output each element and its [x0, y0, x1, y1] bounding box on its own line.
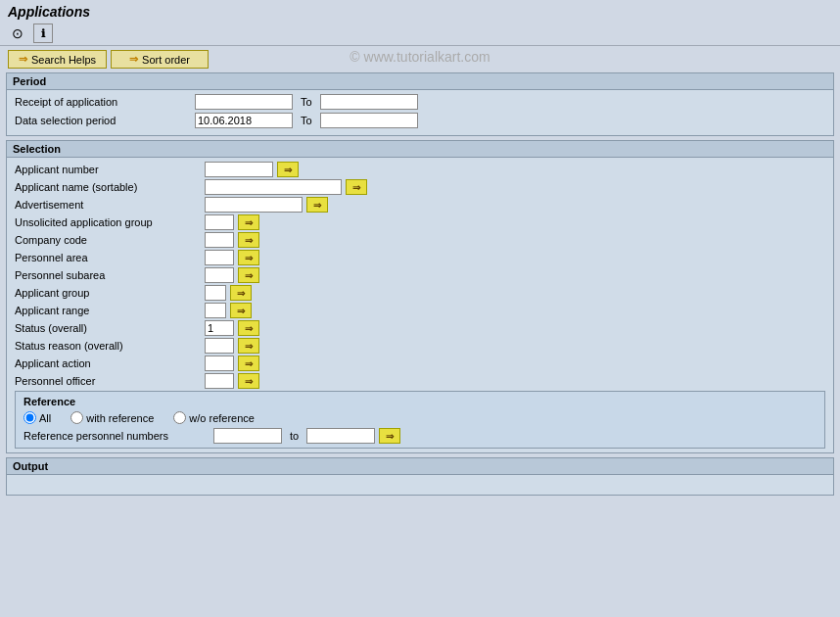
- personnel-subarea-arrow-btn[interactable]: ⇒: [238, 267, 259, 283]
- status-reason-row: Status reason (overall) ⇒: [15, 338, 825, 354]
- radio-all-label: All: [39, 412, 51, 424]
- period-section: Period Receipt of application To Data se…: [6, 72, 834, 136]
- search-helps-label: Search Helps: [31, 54, 96, 66]
- applicant-range-arrow-btn[interactable]: ⇒: [230, 303, 252, 318]
- ref-personnel-label: Reference personnel numbers: [23, 430, 210, 442]
- data-selection-from-input[interactable]: [195, 113, 293, 128]
- radio-with-reference[interactable]: with reference: [70, 411, 154, 424]
- radio-without-reference-label: w/o reference: [189, 412, 255, 424]
- unsolicited-row: Unsolicited application group ⇒: [15, 214, 825, 230]
- receipt-to-input[interactable]: [320, 94, 418, 110]
- receipt-row: Receipt of application To: [15, 94, 825, 110]
- personnel-subarea-label: Personnel subarea: [15, 269, 201, 281]
- page-title: Applications: [0, 0, 840, 22]
- info-icon[interactable]: ℹ: [33, 24, 53, 43]
- output-section: Output: [6, 457, 834, 496]
- personnel-officer-input[interactable]: [205, 373, 234, 389]
- unsolicited-arrow-btn[interactable]: ⇒: [238, 214, 259, 230]
- receipt-label: Receipt of application: [15, 96, 191, 108]
- main-content: Period Receipt of application To Data se…: [0, 72, 840, 501]
- data-selection-label: Data selection period: [15, 115, 191, 126]
- radio-with-reference-input[interactable]: [70, 411, 83, 424]
- data-selection-to-input[interactable]: [320, 113, 418, 128]
- status-reason-arrow-btn[interactable]: ⇒: [238, 338, 259, 354]
- data-selection-to-label: To: [301, 115, 312, 126]
- back-icon[interactable]: ⊙: [8, 24, 27, 43]
- ref-personnel-to-input[interactable]: [306, 428, 375, 444]
- title-text: Applications: [8, 4, 90, 20]
- applicant-action-label: Applicant action: [15, 357, 201, 369]
- status-overall-label: Status (overall): [15, 322, 201, 334]
- status-overall-row: Status (overall) ⇒: [15, 320, 825, 336]
- applicant-number-row: Applicant number ⇒: [15, 162, 825, 177]
- applicant-range-row: Applicant range ⇒: [15, 303, 825, 318]
- button-bar: ⇒ Search Helps ⇒ Sort order: [0, 46, 840, 72]
- period-header: Period: [7, 73, 833, 90]
- radio-all-input[interactable]: [23, 411, 36, 424]
- ref-personnel-row: Reference personnel numbers to ⇒: [23, 428, 817, 444]
- radio-all[interactable]: All: [23, 411, 51, 424]
- sort-order-button[interactable]: ⇒ Sort order: [111, 50, 209, 69]
- applicant-action-input[interactable]: [205, 356, 234, 371]
- reference-header: Reference: [23, 396, 817, 407]
- personnel-area-input[interactable]: [205, 250, 234, 265]
- personnel-subarea-input[interactable]: [205, 267, 234, 283]
- applicant-group-label: Applicant group: [15, 287, 201, 299]
- selection-section: Selection Applicant number ⇒ Applicant n…: [6, 140, 834, 453]
- reference-section: Reference All with reference w/o ref: [15, 391, 825, 449]
- applicant-name-label: Applicant name (sortable): [15, 181, 201, 193]
- selection-header: Selection: [7, 141, 833, 158]
- radio-row: All with reference w/o reference: [23, 411, 817, 424]
- applicant-group-arrow-btn[interactable]: ⇒: [230, 285, 252, 301]
- data-selection-row: Data selection period To: [15, 113, 825, 128]
- sort-order-label: Sort order: [142, 54, 190, 66]
- advertisement-input[interactable]: [205, 197, 303, 213]
- status-overall-arrow-btn[interactable]: ⇒: [238, 320, 259, 336]
- status-overall-input[interactable]: [205, 320, 234, 336]
- status-reason-input[interactable]: [205, 338, 234, 354]
- period-body: Receipt of application To Data selection…: [7, 90, 833, 135]
- radio-with-reference-label: with reference: [86, 412, 154, 424]
- company-code-arrow-btn[interactable]: ⇒: [238, 232, 259, 248]
- personnel-officer-label: Personnel officer: [15, 375, 201, 387]
- receipt-to-label: To: [301, 96, 312, 108]
- applicant-range-label: Applicant range: [15, 305, 201, 316]
- personnel-subarea-row: Personnel subarea ⇒: [15, 267, 825, 283]
- radio-without-reference[interactable]: w/o reference: [173, 411, 255, 424]
- applicant-number-arrow-btn[interactable]: ⇒: [277, 162, 299, 177]
- applicant-range-input[interactable]: [205, 303, 226, 318]
- personnel-area-row: Personnel area ⇒: [15, 250, 825, 265]
- unsolicited-input[interactable]: [205, 214, 234, 230]
- advertisement-arrow-btn[interactable]: ⇒: [306, 197, 328, 213]
- radio-without-reference-input[interactable]: [173, 411, 186, 424]
- advertisement-row: Advertisement ⇒: [15, 197, 825, 213]
- applicant-name-input[interactable]: [205, 179, 342, 195]
- ref-personnel-to-label: to: [290, 430, 299, 442]
- company-code-label: Company code: [15, 234, 201, 246]
- applicant-group-row: Applicant group ⇒: [15, 285, 825, 301]
- applicant-group-input[interactable]: [205, 285, 226, 301]
- ref-personnel-arrow-btn[interactable]: ⇒: [379, 428, 400, 444]
- personnel-area-arrow-btn[interactable]: ⇒: [238, 250, 259, 265]
- unsolicited-label: Unsolicited application group: [15, 216, 201, 228]
- applicant-name-arrow-btn[interactable]: ⇒: [346, 179, 367, 195]
- search-helps-arrow-icon: ⇒: [19, 53, 27, 66]
- search-helps-button[interactable]: ⇒ Search Helps: [8, 50, 107, 69]
- selection-body: Applicant number ⇒ Applicant name (sorta…: [7, 158, 833, 452]
- ref-personnel-from-input[interactable]: [213, 428, 282, 444]
- status-reason-label: Status reason (overall): [15, 340, 201, 352]
- applicant-number-label: Applicant number: [15, 164, 201, 175]
- output-header: Output: [7, 458, 833, 475]
- output-body: [7, 475, 833, 495]
- applicant-action-row: Applicant action ⇒: [15, 356, 825, 371]
- company-code-row: Company code ⇒: [15, 232, 825, 248]
- personnel-officer-row: Personnel officer ⇒: [15, 373, 825, 389]
- personnel-officer-arrow-btn[interactable]: ⇒: [238, 373, 259, 389]
- receipt-from-input[interactable]: [195, 94, 293, 110]
- company-code-input[interactable]: [205, 232, 234, 248]
- applicant-number-input[interactable]: [205, 162, 273, 177]
- toolbar: ⊙ ℹ: [0, 22, 840, 46]
- applicant-action-arrow-btn[interactable]: ⇒: [238, 356, 259, 371]
- advertisement-label: Advertisement: [15, 199, 201, 211]
- personnel-area-label: Personnel area: [15, 252, 201, 263]
